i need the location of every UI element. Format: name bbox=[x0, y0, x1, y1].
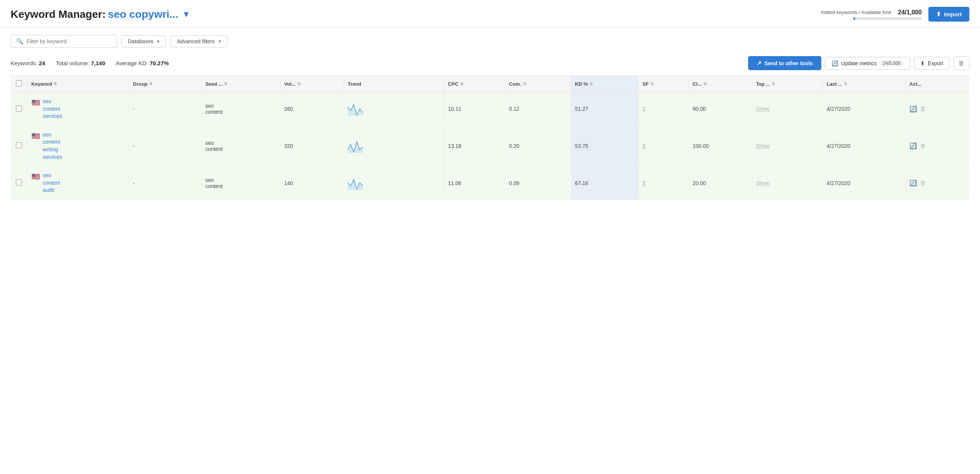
refresh-icon[interactable]: 🔄 bbox=[909, 142, 917, 149]
header-top: Top ...⇅ bbox=[752, 76, 822, 92]
row-trash-icon[interactable]: 🗑 bbox=[920, 143, 926, 149]
header-volume: Vol...⇅ bbox=[280, 76, 344, 92]
header-kd: KD %⇅ bbox=[571, 76, 638, 92]
top-sort-icon[interactable]: ⇅ bbox=[772, 81, 775, 86]
trend-chart bbox=[348, 102, 378, 116]
volume-cell: 260 bbox=[280, 92, 344, 126]
top-cell[interactable]: Show bbox=[752, 92, 822, 126]
title-chevron-icon[interactable]: ▼ bbox=[182, 10, 191, 19]
row-checkbox[interactable] bbox=[16, 105, 22, 111]
stats-actions: ↗ Send to other tools 🔄 Update metrics 2… bbox=[748, 56, 969, 70]
volume-cell: 140 bbox=[280, 166, 344, 200]
header-group: Group⇅ bbox=[129, 76, 202, 92]
volume-sort-icon[interactable]: ⇅ bbox=[297, 81, 301, 86]
header-keyword: Keyword⇅ bbox=[27, 76, 129, 92]
last-cell: 4/27/2020 bbox=[823, 92, 905, 126]
table-row: 🇺🇸 seocontentaudit - seocontent 140 11.0… bbox=[11, 166, 969, 200]
seed-sort-icon[interactable]: ⇅ bbox=[224, 81, 228, 86]
row-trash-icon[interactable]: 🗑 bbox=[920, 180, 926, 187]
keyword-cell: 🇺🇸 seocontentservices bbox=[27, 92, 129, 126]
update-badge: 24/5,000 bbox=[880, 60, 904, 67]
update-label: Update metrics bbox=[841, 60, 877, 67]
databases-label: Databases bbox=[128, 38, 153, 44]
act-cell: 🔄 🗑 bbox=[905, 92, 969, 126]
update-icon: 🔄 bbox=[832, 60, 838, 67]
header-checkbox-col bbox=[11, 76, 27, 92]
cpc-sort-icon[interactable]: ⇅ bbox=[460, 81, 463, 86]
row-checkbox-cell[interactable] bbox=[11, 166, 27, 200]
last-cell: 4/27/2020 bbox=[823, 125, 905, 166]
update-metrics-button[interactable]: 🔄 Update metrics 24/5,000 bbox=[825, 57, 910, 70]
sf-sort-icon[interactable]: ⇅ bbox=[650, 81, 654, 86]
show-link[interactable]: Show bbox=[756, 180, 769, 186]
databases-dropdown[interactable]: Databases ▾ bbox=[121, 35, 166, 48]
flag-icon: 🇺🇸 bbox=[32, 98, 40, 107]
kd-value: 70.27% bbox=[150, 60, 169, 67]
flag-icon: 🇺🇸 bbox=[32, 173, 40, 181]
row-checkbox-cell[interactable] bbox=[11, 125, 27, 166]
search-icon: 🔍 bbox=[16, 38, 24, 45]
trend-cell bbox=[344, 166, 444, 200]
header-right: Added keywords / Available limit 24/1,00… bbox=[821, 7, 969, 22]
act-cell: 🔄 🗑 bbox=[905, 166, 969, 200]
cl-sort-icon[interactable]: ⇅ bbox=[703, 81, 707, 86]
top-cell[interactable]: Show bbox=[752, 166, 822, 200]
row-checkbox[interactable] bbox=[16, 142, 22, 148]
last-sort-icon[interactable]: ⇅ bbox=[844, 81, 847, 86]
page-title-blue: seo copywri... bbox=[108, 8, 178, 21]
kd-cell: 67.16 bbox=[571, 166, 638, 200]
cpc-cell: 11.06 bbox=[444, 166, 505, 200]
com-sort-icon[interactable]: ⇅ bbox=[523, 81, 527, 86]
keyword-link[interactable]: seocontentservices bbox=[43, 98, 62, 120]
keywords-stat: Keywords: 24 bbox=[11, 60, 45, 67]
refresh-icon[interactable]: 🔄 bbox=[909, 179, 917, 187]
select-all-checkbox[interactable] bbox=[16, 80, 22, 86]
header-trend: Trend bbox=[344, 76, 444, 92]
kd-cell: 51.27 bbox=[571, 92, 638, 126]
cl-cell: 100.00 bbox=[689, 125, 752, 166]
send-to-tools-button[interactable]: ↗ Send to other tools bbox=[748, 56, 821, 70]
header-sf: SF⇅ bbox=[638, 76, 689, 92]
keyword-link[interactable]: seocontentwritingservices bbox=[43, 131, 62, 161]
row-checkbox[interactable] bbox=[16, 179, 22, 185]
header-cpc: CPC⇅ bbox=[444, 76, 505, 92]
page-title-static: Keyword Manager: bbox=[11, 8, 106, 21]
show-link[interactable]: Show bbox=[756, 106, 769, 112]
volume-cell: 320 bbox=[280, 125, 344, 166]
kd-label: Average KD: bbox=[116, 60, 148, 67]
header-seed: Seed ...⇅ bbox=[201, 76, 280, 92]
cl-cell: 20.00 bbox=[689, 166, 752, 200]
com-cell: 0.12 bbox=[505, 92, 571, 126]
com-cell: 0.20 bbox=[505, 125, 571, 166]
volume-stat: Total volume: 7,140 bbox=[56, 60, 105, 67]
stats-bar: Keywords: 24 Total volume: 7,140 Average… bbox=[0, 52, 980, 76]
header-com: Com.⇅ bbox=[505, 76, 571, 92]
top-cell[interactable]: Show bbox=[752, 125, 822, 166]
cpc-cell: 13.18 bbox=[444, 125, 505, 166]
trend-cell bbox=[344, 125, 444, 166]
export-icon: ⬆ bbox=[920, 60, 925, 67]
keyword-link[interactable]: seocontentaudit bbox=[43, 172, 60, 194]
trend-chart bbox=[348, 176, 378, 190]
progress-bar bbox=[853, 17, 921, 20]
act-cell: 🔄 🗑 bbox=[905, 125, 969, 166]
kd-sort-icon[interactable]: ⇅ bbox=[589, 81, 593, 86]
export-button[interactable]: ⬆ Export bbox=[914, 57, 950, 70]
group-sort-icon[interactable]: ⇅ bbox=[149, 81, 153, 86]
table-row: 🇺🇸 seocontentwritingservices - seoconten… bbox=[11, 125, 969, 166]
header-act: Act... bbox=[905, 76, 969, 92]
refresh-icon[interactable]: 🔄 bbox=[909, 105, 917, 113]
group-cell: - bbox=[129, 92, 202, 126]
row-checkbox-cell[interactable] bbox=[11, 92, 27, 126]
volume-label: Total volume: bbox=[56, 60, 89, 67]
keyword-sort-icon[interactable]: ⇅ bbox=[54, 81, 57, 86]
row-trash-icon[interactable]: 🗑 bbox=[920, 105, 926, 112]
delete-button[interactable]: 🗑 bbox=[953, 57, 969, 70]
trend-cell bbox=[344, 92, 444, 126]
filter-input-wrapper[interactable]: 🔍 bbox=[11, 35, 117, 48]
show-link[interactable]: Show bbox=[756, 143, 769, 149]
filter-input[interactable] bbox=[27, 38, 111, 44]
advanced-filters-dropdown[interactable]: Advanced filters ▾ bbox=[170, 35, 228, 48]
advanced-filters-label: Advanced filters bbox=[177, 38, 215, 44]
import-button[interactable]: ⬆ Import bbox=[928, 7, 969, 22]
